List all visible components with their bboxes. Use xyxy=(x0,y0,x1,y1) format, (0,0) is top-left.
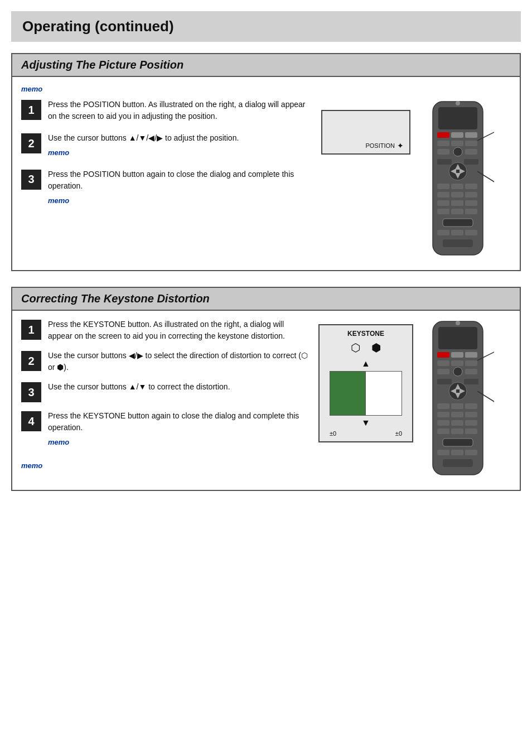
svg-rect-35 xyxy=(443,239,473,247)
svg-rect-19 xyxy=(437,184,449,189)
section-position-body: memo 1 Press the POSITION button. As ill… xyxy=(12,77,520,270)
svg-rect-32 xyxy=(437,230,449,235)
keystone-bar-right xyxy=(366,372,402,415)
section2-layout: 1 Press the KEYSTONE button. As illustra… xyxy=(21,319,511,482)
step-keystone-1: 1 Press the KEYSTONE button. As illustra… xyxy=(21,319,310,342)
section1-steps: 1 Press the POSITION button. As illustra… xyxy=(21,99,310,206)
svg-point-2 xyxy=(456,101,460,105)
svg-rect-7 xyxy=(451,141,463,146)
step-position-3: 3 Press the POSITION button again to clo… xyxy=(21,168,310,206)
step-k-text-1: Press the KEYSTONE button. As illustrate… xyxy=(48,319,310,342)
svg-rect-71 xyxy=(451,450,463,455)
step-k-number-1: 1 xyxy=(21,320,41,340)
svg-rect-34 xyxy=(465,230,477,235)
svg-rect-33 xyxy=(451,230,463,235)
memo-step2: memo xyxy=(48,147,310,158)
bottom-memo-label: memo xyxy=(21,461,310,470)
memo-step3: memo xyxy=(48,195,310,206)
svg-rect-61 xyxy=(451,412,463,417)
svg-rect-46 xyxy=(465,360,477,366)
position-dialog-box: POSITION ✦ xyxy=(321,110,410,155)
svg-rect-42 xyxy=(451,352,463,358)
section1-layout: 1 Press the POSITION button. As illustra… xyxy=(21,99,511,262)
svg-rect-60 xyxy=(437,412,449,417)
svg-rect-68 xyxy=(465,428,477,434)
svg-rect-24 xyxy=(465,192,477,198)
step-position-2: 2 Use the cursor buttons ▲/▼/◀/▶ to adju… xyxy=(21,132,310,158)
svg-rect-39 xyxy=(438,327,477,349)
step-k-number-3: 3 xyxy=(21,382,41,402)
svg-rect-23 xyxy=(451,192,463,198)
step-k-number-4: 4 xyxy=(21,411,41,431)
svg-point-48 xyxy=(453,367,462,376)
svg-rect-1 xyxy=(438,107,477,129)
step-keystone-3: 3 Use the cursor buttons ▲/▼ to correct … xyxy=(21,381,310,402)
svg-rect-8 xyxy=(465,141,477,146)
keystone-icon-right: ⬢ xyxy=(371,341,381,354)
section-position-header: Adjusting The Picture Position xyxy=(12,54,520,77)
keystone-up-arrow: ▲ xyxy=(361,359,370,369)
remote-svg-1 xyxy=(422,99,494,261)
keystone-dialog-box: KEYSTONE ⬡ ⬢ ▲ ▼ xyxy=(318,324,413,442)
svg-rect-13 xyxy=(464,159,478,165)
svg-rect-66 xyxy=(437,428,449,434)
svg-rect-5 xyxy=(465,132,477,138)
step-k-number-2: 2 xyxy=(21,351,41,371)
section-position: Adjusting The Picture Position memo 1 Pr… xyxy=(11,53,521,271)
svg-rect-57 xyxy=(437,403,449,409)
svg-rect-69 xyxy=(443,439,473,446)
svg-rect-51 xyxy=(464,379,478,384)
step-keystone-2: 2 Use the cursor buttons ◀/▶ to select t… xyxy=(21,350,310,373)
step-text-3: Press the POSITION button again to close… xyxy=(48,168,310,206)
svg-rect-31 xyxy=(443,219,473,227)
svg-rect-73 xyxy=(443,459,473,467)
remote-illustration-1 xyxy=(422,99,511,262)
svg-rect-44 xyxy=(437,360,449,366)
keystone-bar-labels: ±0 ±0 xyxy=(330,430,402,437)
svg-point-40 xyxy=(456,321,460,325)
svg-rect-45 xyxy=(451,360,463,366)
step-position-1: 1 Press the POSITION button. As illustra… xyxy=(21,99,310,122)
svg-rect-70 xyxy=(437,450,449,455)
keystone-title-row: KEYSTONE xyxy=(347,330,384,338)
step-number-3: 3 xyxy=(21,170,41,190)
svg-rect-3 xyxy=(437,132,449,138)
position-arrow-icon: ✦ xyxy=(397,141,404,150)
bottom-memo-area: memo xyxy=(21,461,310,475)
section-keystone-body: 1 Press the KEYSTONE button. As illustra… xyxy=(12,311,520,490)
step-text-2: Use the cursor buttons ▲/▼/◀/▶ to adjust… xyxy=(48,132,310,158)
svg-rect-22 xyxy=(437,192,449,198)
step-number-2: 2 xyxy=(21,133,41,153)
svg-rect-30 xyxy=(465,209,477,214)
svg-rect-29 xyxy=(451,209,463,214)
keystone-bars xyxy=(330,371,402,416)
svg-rect-26 xyxy=(451,200,463,206)
remote-svg-2 xyxy=(422,319,494,480)
step-k-text-4: Press the KEYSTONE button again to close… xyxy=(48,410,310,448)
svg-rect-50 xyxy=(437,379,452,384)
step-k-text-2: Use the cursor buttons ◀/▶ to select the… xyxy=(48,350,310,373)
svg-rect-28 xyxy=(437,209,449,214)
svg-rect-41 xyxy=(437,352,449,358)
svg-rect-59 xyxy=(465,403,477,409)
section2-steps: 1 Press the KEYSTONE button. As illustra… xyxy=(21,319,310,475)
svg-rect-64 xyxy=(451,420,463,426)
svg-rect-4 xyxy=(451,132,463,138)
step-text-1: Press the POSITION button. As illustrate… xyxy=(48,99,310,122)
svg-rect-43 xyxy=(465,352,477,358)
svg-rect-12 xyxy=(437,159,452,165)
step-keystone-4: 4 Press the KEYSTONE button again to clo… xyxy=(21,410,310,448)
svg-rect-25 xyxy=(437,200,449,206)
svg-rect-72 xyxy=(465,450,477,455)
svg-rect-27 xyxy=(465,200,477,206)
svg-rect-6 xyxy=(437,141,449,146)
page-title: Operating (continued) xyxy=(22,18,510,35)
remote-illustration-2 xyxy=(422,319,511,482)
position-diagram: POSITION ✦ xyxy=(316,104,416,155)
svg-rect-20 xyxy=(451,184,463,189)
svg-rect-65 xyxy=(465,420,477,426)
keystone-down-arrow: ▼ xyxy=(361,418,370,428)
keystone-diagram: KEYSTONE ⬡ ⬢ ▲ ▼ xyxy=(316,324,416,442)
section-keystone: Correcting The Keystone Distortion 1 Pre… xyxy=(11,287,521,491)
step-number-1: 1 xyxy=(21,100,41,120)
